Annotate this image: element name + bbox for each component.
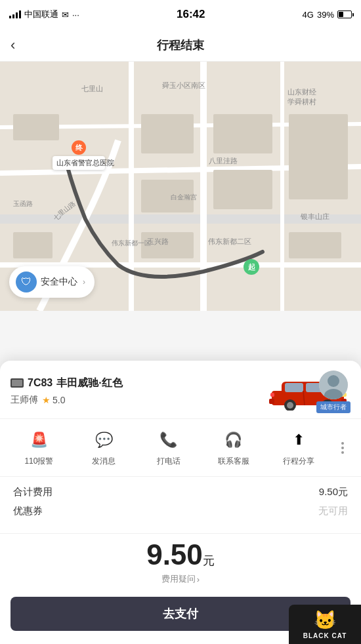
plate-row: 7C83 丰田威驰·红色 bbox=[11, 376, 265, 390]
coupon-value: 无可用 bbox=[318, 505, 348, 517]
signal-icon bbox=[9, 10, 21, 18]
action-share-label: 行程分享 bbox=[283, 456, 314, 467]
action-message-label: 发消息 bbox=[92, 456, 116, 467]
total-section: 9.50元 费用疑问 › bbox=[0, 534, 361, 588]
end-marker-badge: 终 bbox=[72, 140, 86, 155]
svg-rect-12 bbox=[213, 170, 272, 209]
message-bubble-icon: 💬 bbox=[92, 428, 116, 452]
total-fee-row: 合计费用 9.50元 bbox=[13, 486, 348, 498]
svg-text:学舜耕村: 学舜耕村 bbox=[287, 98, 316, 106]
share-icon: ⬆ bbox=[287, 428, 310, 452]
map-area: 舜玉小区南区 山东财经 学舜耕村 七里山 八里洼路 伟东新都二区 玉兴路 银丰山… bbox=[0, 62, 361, 311]
bottom-card: 7C83 丰田威驰·红色 王师傅 ★ 5.0 bbox=[0, 361, 361, 644]
black-cat-watermark: 🐱 BLACK CAT bbox=[289, 605, 361, 644]
page-title: 行程结束 bbox=[157, 37, 204, 53]
svg-text:伟东新都一区: 伟东新都一区 bbox=[112, 239, 151, 247]
star-rating: ★ 5.0 bbox=[42, 395, 65, 405]
svg-text:银丰山庄: 银丰山庄 bbox=[300, 212, 329, 220]
svg-rect-32 bbox=[285, 383, 303, 392]
police-icon: 🚨 bbox=[27, 428, 51, 452]
coupon-row: 优惠券 无可用 bbox=[13, 505, 348, 517]
cat-icon: 🐱 bbox=[314, 609, 337, 631]
dots-icon: ··· bbox=[72, 10, 79, 20]
svg-text:七里山: 七里山 bbox=[81, 85, 103, 92]
svg-point-44 bbox=[328, 375, 339, 387]
action-service-label: 联系客服 bbox=[218, 456, 249, 467]
rating-value: 5.0 bbox=[53, 395, 65, 405]
svg-point-35 bbox=[287, 402, 293, 409]
status-right: 4G 39% bbox=[303, 10, 352, 20]
car-image-area: 城市行者 bbox=[265, 371, 350, 411]
svg-rect-39 bbox=[270, 393, 274, 397]
more-button[interactable] bbox=[331, 436, 354, 460]
plate-number: 7C83 bbox=[28, 377, 53, 389]
start-marker: 起 bbox=[244, 259, 259, 275]
safety-arrow-icon: › bbox=[83, 277, 85, 287]
message-icon: ✉ bbox=[62, 10, 69, 20]
action-row: 🚨 110报警 💬 发消息 📞 打电话 🎧 联系客服 ⬆ 行程分享 bbox=[0, 419, 361, 477]
city-badge: 城市行者 bbox=[316, 401, 350, 413]
status-left: 中国联通 ✉ ··· bbox=[9, 9, 79, 20]
shield-icon: 🛡 bbox=[16, 272, 37, 292]
svg-text:白金瀚宫: 白金瀚宫 bbox=[171, 193, 197, 201]
fee-question-label: 费用疑问 bbox=[161, 573, 196, 585]
start-marker-badge: 起 bbox=[244, 259, 259, 275]
status-bar: 中国联通 ✉ ··· 16:42 4G 39% bbox=[0, 0, 361, 29]
svg-rect-17 bbox=[289, 232, 341, 258]
car-info-left: 7C83 丰田威驰·红色 王师傅 ★ 5.0 bbox=[11, 376, 265, 406]
action-call[interactable]: 📞 打电话 bbox=[137, 428, 202, 467]
amount-display: 9.50元 bbox=[13, 540, 348, 569]
fee-question-link[interactable]: 费用疑问 › bbox=[13, 573, 348, 585]
fee-question-arrow: › bbox=[197, 574, 200, 584]
action-service[interactable]: 🎧 联系客服 bbox=[201, 428, 266, 467]
amount-unit: 元 bbox=[203, 554, 215, 567]
total-fee-value: 9.50元 bbox=[319, 486, 348, 498]
fee-section: 合计费用 9.50元 优惠券 无可用 bbox=[0, 477, 361, 534]
headset-icon: 🎧 bbox=[222, 428, 245, 452]
svg-rect-10 bbox=[141, 114, 194, 153]
car-model: 丰田威驰·红色 bbox=[56, 376, 122, 390]
action-share[interactable]: ⬆ 行程分享 bbox=[266, 428, 331, 467]
svg-rect-41 bbox=[269, 399, 274, 404]
black-cat-text: BLACK CAT bbox=[303, 632, 347, 639]
end-location-label: 山东省警官总医院 bbox=[53, 156, 105, 170]
battery-icon bbox=[337, 10, 352, 18]
action-police[interactable]: 🚨 110报警 bbox=[7, 428, 72, 467]
battery-percent: 39% bbox=[317, 10, 334, 20]
driver-avatar bbox=[319, 371, 348, 399]
star-icon: ★ bbox=[42, 395, 51, 405]
driver-name: 王师傅 bbox=[11, 394, 38, 406]
back-button[interactable]: ‹ bbox=[11, 37, 15, 54]
driver-avatar-area: 城市行者 bbox=[316, 371, 350, 413]
total-fee-label: 合计费用 bbox=[13, 486, 53, 498]
car-info-section: 7C83 丰田威驰·红色 王师傅 ★ 5.0 bbox=[0, 361, 361, 419]
network-type: 4G bbox=[303, 10, 314, 20]
svg-rect-13 bbox=[289, 114, 348, 199]
svg-rect-15 bbox=[13, 232, 53, 258]
action-message[interactable]: 💬 发消息 bbox=[72, 428, 137, 467]
svg-rect-11 bbox=[213, 114, 272, 153]
driver-row: 王师傅 ★ 5.0 bbox=[11, 394, 265, 406]
phone-icon: 📞 bbox=[157, 428, 180, 452]
svg-text:玉函路: 玉函路 bbox=[13, 200, 33, 207]
svg-text:舜玉小区南区: 舜玉小区南区 bbox=[162, 81, 205, 89]
total-amount: 9.50 bbox=[146, 538, 203, 571]
carrier-name: 中国联通 bbox=[24, 9, 58, 20]
safety-center-button[interactable]: 🛡 安全中心 › bbox=[9, 266, 95, 298]
end-marker: 终 山东省警官总医院 bbox=[53, 140, 105, 170]
plate-icon bbox=[11, 378, 24, 388]
svg-rect-14 bbox=[13, 114, 59, 140]
action-call-label: 打电话 bbox=[157, 456, 180, 467]
status-time: 16:42 bbox=[177, 8, 205, 21]
action-police-label: 110报警 bbox=[24, 456, 53, 467]
safety-center-label: 安全中心 bbox=[41, 276, 77, 288]
header-bar: ‹ 行程结束 bbox=[0, 29, 361, 62]
coupon-label: 优惠券 bbox=[13, 505, 43, 517]
svg-text:八里洼路: 八里洼路 bbox=[209, 157, 238, 165]
svg-text:伟东新都二区: 伟东新都二区 bbox=[208, 237, 251, 245]
svg-text:山东财经: 山东财经 bbox=[287, 88, 316, 96]
